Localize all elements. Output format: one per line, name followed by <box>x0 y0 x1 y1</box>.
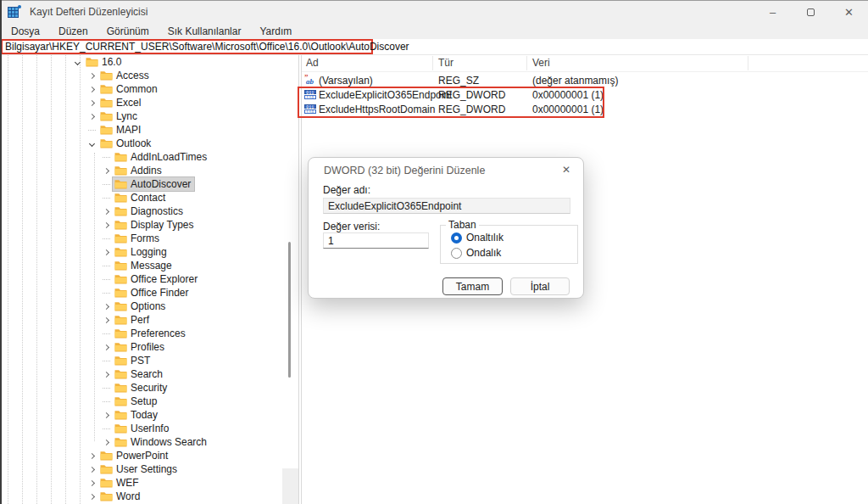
tree-item-office-explorer[interactable]: Office Explorer <box>0 272 298 286</box>
tree-item-message[interactable]: Message <box>0 259 298 272</box>
tree-item-today[interactable]: Today <box>0 408 298 422</box>
radio-label: Onaltılık <box>466 232 504 244</box>
chevron-right-icon[interactable] <box>86 481 97 485</box>
cancel-button[interactable]: İptal <box>510 277 570 295</box>
tree-item-userinfo[interactable]: UserInfo <box>0 422 298 435</box>
radio-button-icon[interactable] <box>451 232 462 244</box>
chevron-right-icon[interactable] <box>100 223 112 227</box>
tree-item-pst[interactable]: PST <box>0 354 298 367</box>
menu-d-zen[interactable]: Düzen <box>49 24 97 39</box>
radio-onalt-l-k[interactable]: Onaltılık <box>451 232 577 244</box>
tree-item-wef[interactable]: WEF <box>0 476 298 490</box>
radio-ondal-k[interactable]: Ondalık <box>451 247 577 259</box>
tree-item-perf[interactable]: Perf <box>0 313 298 327</box>
tree-item-label: MAPI <box>116 124 141 136</box>
chevron-right-icon[interactable] <box>100 413 112 417</box>
tree-item-autodiscover[interactable]: AutoDiscover <box>0 177 298 191</box>
dialog-title: DWORD (32 bit) Değerini Düzenle <box>324 165 485 176</box>
column-separator[interactable] <box>748 56 748 70</box>
folder-icon <box>114 247 127 257</box>
chevron-right-icon[interactable] <box>86 115 97 119</box>
folder-icon <box>114 260 127 271</box>
ok-button[interactable]: Tamam <box>442 277 503 295</box>
column-header-name[interactable]: Ad <box>306 57 319 69</box>
tree-item-mapi[interactable]: MAPI <box>0 123 298 137</box>
tree-item-office-finder[interactable]: Office Finder <box>0 286 298 300</box>
tree-item-forms[interactable]: Forms <box>0 232 298 245</box>
chevron-right-icon[interactable] <box>100 169 112 173</box>
tree-item-diagnostics[interactable]: Diagnostics <box>0 204 298 218</box>
tree-item-label: UserInfo <box>131 423 169 434</box>
chevron-right-icon[interactable] <box>100 372 112 377</box>
tree-item-options[interactable]: Options <box>0 300 298 313</box>
tree-item-lync[interactable]: Lync <box>0 109 298 123</box>
folder-icon <box>114 342 127 352</box>
tree-item-label: Message <box>131 260 172 272</box>
tree-item-setup[interactable]: Setup <box>0 395 298 408</box>
folder-icon <box>114 315 127 325</box>
tree-scrollbar-track <box>282 468 298 504</box>
tree-item-label: Windows Search <box>131 436 207 448</box>
chevron-right-icon[interactable] <box>86 495 97 499</box>
chevron-down-icon[interactable] <box>86 142 97 146</box>
tree-node-content[interactable]: Word <box>97 489 144 504</box>
tree-item-preferences[interactable]: Preferences <box>0 327 298 340</box>
column-separator[interactable] <box>526 56 527 70</box>
chevron-right-icon[interactable] <box>86 87 97 92</box>
tree-item-word[interactable]: Word <box>0 490 298 503</box>
tree-item-contact[interactable]: Contact <box>0 191 298 204</box>
menu-yard-m[interactable]: Yardım <box>250 24 301 39</box>
folder-icon <box>114 369 127 379</box>
column-separator[interactable] <box>432 56 433 70</box>
tree-item-outlook[interactable]: Outlook <box>0 137 298 150</box>
tree-item-common[interactable]: Common <box>0 82 298 96</box>
tree-item-excel[interactable]: Excel <box>0 96 298 109</box>
tree-scrollbar-thumb[interactable] <box>288 242 291 378</box>
annotation-rect-values <box>298 87 604 118</box>
value-data-cell: (değer atanmamış) <box>532 73 618 87</box>
tree-item-addinloadtimes[interactable]: AddInLoadTimes <box>0 150 298 164</box>
tree-item-16-0[interactable]: 16.0 <box>0 55 298 69</box>
close-button[interactable]: ✕ <box>830 0 868 24</box>
dialog-close-icon[interactable]: ✕ <box>562 164 570 176</box>
tree-leaf-dash <box>100 428 112 429</box>
chevron-right-icon[interactable] <box>100 440 112 445</box>
chevron-right-icon[interactable] <box>86 468 97 472</box>
minimize-button[interactable]: – <box>754 0 792 24</box>
tree-item-profiles[interactable]: Profiles <box>0 340 298 354</box>
tree-item-powerpoint[interactable]: PowerPoint <box>0 449 298 462</box>
chevron-right-icon[interactable] <box>100 318 112 322</box>
column-header-type[interactable]: Tür <box>438 57 453 69</box>
tree-item-security[interactable]: Security <box>0 381 298 395</box>
maximize-button[interactable] <box>792 0 830 24</box>
tree-item-search[interactable]: Search <box>0 367 298 381</box>
tree-item-logging[interactable]: Logging <box>0 245 298 259</box>
column-header-data[interactable]: Veri <box>532 57 550 69</box>
value-name-cell[interactable]: ”ab(Varsayılan) <box>304 73 373 87</box>
tree-item-label: AutoDiscover <box>131 178 191 190</box>
tree-item-addins[interactable]: Addins <box>0 164 298 177</box>
menu-dosya[interactable]: Dosya <box>2 24 49 39</box>
menu-g-r-n-m[interactable]: Görünüm <box>97 24 159 39</box>
tree-item-access[interactable]: Access <box>0 69 298 82</box>
value-data-input[interactable]: 1 <box>323 232 429 249</box>
tree-item-display-types[interactable]: Display Types <box>0 218 298 232</box>
chevron-right-icon[interactable] <box>100 345 112 350</box>
chevron-right-icon[interactable] <box>86 101 97 105</box>
radio-button-icon[interactable] <box>451 248 462 259</box>
tree-item-user-settings[interactable]: User Settings <box>0 462 298 476</box>
folder-icon <box>100 478 113 488</box>
tree-item-label: Lync <box>116 110 137 122</box>
chevron-down-icon[interactable] <box>71 60 83 64</box>
chevron-right-icon[interactable] <box>100 305 112 309</box>
menu-s-k-kullan-lanlar[interactable]: Sık Kullanılanlar <box>159 24 251 39</box>
folder-icon <box>100 464 113 474</box>
address-bar[interactable]: Bilgisayar\HKEY_CURRENT_USER\Software\Mi… <box>0 39 868 55</box>
chevron-right-icon[interactable] <box>100 250 112 255</box>
chevron-right-icon[interactable] <box>86 74 97 78</box>
chevron-right-icon[interactable] <box>100 210 112 214</box>
tree-item-windows-search[interactable]: Windows Search <box>0 435 298 449</box>
value-row-varsay-lan[interactable]: ”ab(Varsayılan)REG_SZ(değer atanmamış) <box>302 73 868 87</box>
chevron-right-icon[interactable] <box>86 454 97 458</box>
maximize-icon <box>807 8 815 16</box>
